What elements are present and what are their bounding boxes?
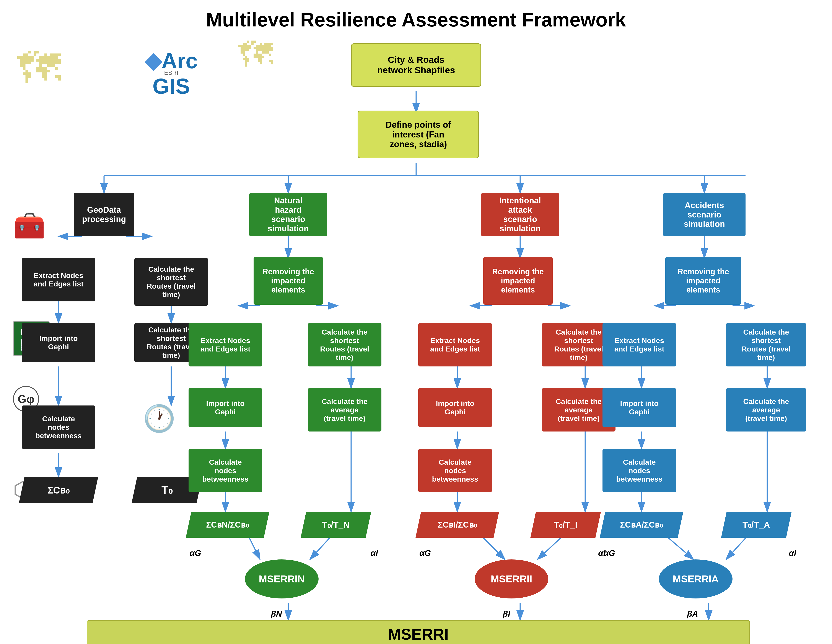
define-points-box: Define points of interest (Fan zones, st… [358,111,479,158]
removing-green-box: Removing the impacted elements [254,257,323,304]
calc-shortest-blue-box: Calculate the shortest Routes (travel ti… [726,323,806,367]
natural-hazard-box: Natural hazard scenario simulation [249,193,327,236]
sum-cbi-diamond: ΣCʙI/ΣCʙ₀ [416,512,499,538]
page-title: Multilevel Resilience Assessment Framewo… [13,9,819,31]
alpha-l-green-right: αl [371,549,378,558]
t0-tn-diamond: T₀/T_N [301,512,371,538]
calc-betweenness-black-box: Calculate nodes betweenness [22,405,95,449]
alpha-l-blue-right: αl [789,549,796,558]
toolbox-icon: 🧰 [13,210,45,241]
beta-i-label: βI [503,609,510,618]
map-icon-center: 🗺 [238,35,273,75]
beta-n-label: βN [271,609,282,618]
import-gephi-black-box: Import into Gephi [22,323,95,362]
calc-shortest-green-box: Calculate the shortest Routes (travel ti… [308,323,381,367]
mserri-a-oval: MSERRIA [659,559,733,599]
t0-ti-diamond: T₀/T_I [530,512,601,538]
extract-green-box: Extract Nodes and Edges list [189,323,262,367]
extract-black-box: Extract Nodes and Edges list [22,258,95,301]
mserri-n-oval: MSERRIN [245,559,318,599]
alpha-g-green-left: αG [190,549,201,558]
map-icon-left: 🗺 [18,43,61,93]
beta-a-label: βA [687,609,698,618]
intentional-attack-box: Intentional attack scenario simulation [481,193,559,236]
import-gephi-blue-box: Import into Gephi [603,388,676,427]
city-roads-box: City & Roads network Shapfiles [351,43,481,87]
t0-ta-diamond: T₀/T_A [721,512,792,538]
calc-avg-green-box: Calculate the average (travel time) [308,388,381,431]
removing-red-box: Removing the impacted elements [483,257,553,304]
sum-cb0-diamond: ΣCʙ₀ [19,477,98,503]
accidents-box: Accidents scenario simulation [663,193,746,236]
mserri-i-oval: MSERRII [475,559,548,599]
extract-red-box: Extract Nodes and Edges list [418,323,492,367]
geodata-box: GeoData processing [74,193,134,236]
import-gephi-red-box: Import into Gephi [418,388,492,427]
calc-betweenness-blue-box: Calculate nodes betweenness [603,449,676,492]
alpha-g-blue-left: αG [603,549,615,558]
sum-cba-diamond: ΣCʙA/ΣCʙ₀ [600,512,683,538]
arcgis-logo: ◆Arc ESRI GIS [130,50,213,96]
alpha-g-red-left: αG [419,549,431,558]
calc-avg-blue-box: Calculate the average (travel time) [726,388,806,431]
clock-icon: 🕐 [143,403,176,434]
extract-blue-box: Extract Nodes and Edges list [603,323,676,367]
arrows-overlay [0,0,832,644]
sum-cbn-diamond: ΣCʙN/ΣCʙ₀ [186,512,269,538]
main-container: Multilevel Resilience Assessment Framewo… [0,0,832,644]
calc-betweenness-red-box: Calculate nodes betweenness [418,449,492,492]
mserri-final-bar: MSERRI [87,620,750,644]
removing-blue-box: Removing the impacted elements [666,257,741,304]
calc-shortest-black-box: Calculate the shortest Routes (travel ti… [134,258,208,306]
calc-betweenness-green-box: Calculate nodes betweenness [189,449,262,492]
import-gephi-green-box: Import into Gephi [189,388,262,427]
